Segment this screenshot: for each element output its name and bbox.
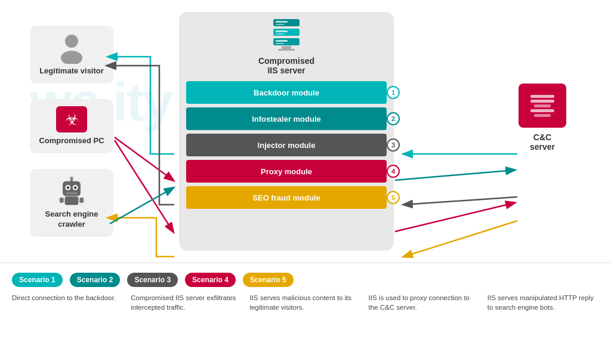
scenario-2-badge: Scenario 2	[70, 273, 121, 287]
seo-module: SEO fraud module 5	[186, 186, 387, 209]
scenario-3-badge: Scenario 3	[127, 273, 178, 287]
badge-5: 5	[387, 191, 400, 204]
infostealer-label: Infostealer module	[252, 115, 321, 124]
scenario-5-badge: Scenario 5	[243, 273, 294, 287]
svg-line-27	[395, 203, 514, 232]
scenario-labels-row: Scenario 1 Scenario 2 Scenario 3 Scenari…	[12, 273, 599, 287]
cnc-server-icon	[519, 84, 566, 128]
scenario-2-desc: Compromised IIS server exfiltrates inter…	[131, 293, 242, 312]
infostealer-module: Infostealer module 2	[186, 107, 387, 130]
svg-point-5	[67, 186, 69, 189]
badge-2: 2	[387, 112, 400, 125]
svg-line-29	[115, 137, 173, 180]
svg-rect-23	[278, 49, 295, 51]
server-icon	[269, 18, 304, 51]
pc-label: Compromised PC	[39, 136, 104, 146]
svg-rect-14	[276, 21, 288, 23]
iis-server-block: CompromisedIIS server Backdoor module 1 …	[179, 12, 394, 251]
server-line-2	[530, 100, 555, 103]
biohazard-icon: ☣	[56, 106, 87, 132]
badge-1: 1	[387, 86, 400, 99]
badge-4: 4	[387, 165, 400, 178]
svg-rect-22	[282, 46, 291, 49]
svg-rect-15	[276, 24, 284, 25]
svg-rect-7	[66, 192, 77, 195]
iis-server-label: CompromisedIIS server	[186, 56, 387, 75]
backdoor-module: Backdoor module 1	[186, 81, 387, 104]
person-icon	[58, 33, 85, 64]
robot-icon	[58, 176, 85, 207]
modules-stack: Backdoor module 1 Infostealer module 2 I…	[186, 81, 387, 209]
backdoor-label: Backdoor module	[254, 88, 319, 97]
crawler-label: Search enginecrawler	[45, 209, 98, 230]
scenario-4-badge: Scenario 4	[185, 273, 236, 287]
cnc-label: C&Cserver	[530, 132, 555, 152]
svg-line-28	[404, 221, 517, 257]
injector-module: Injector module 3	[186, 134, 387, 156]
badge-3: 3	[387, 138, 400, 152]
actors-column: Legitimate visitor ☣ Compromised PC	[24, 18, 119, 245]
seo-label: SEO fraud module	[252, 193, 320, 202]
visitor-label: Legitimate visitor	[39, 66, 104, 76]
server-line-1	[530, 95, 555, 98]
server-line-5	[534, 114, 550, 117]
svg-line-30	[115, 140, 173, 232]
proxy-module: Proxy module 4	[186, 160, 387, 183]
diagram-area: Legitimate visitor ☣ Compromised PC	[18, 12, 593, 263]
svg-rect-10	[65, 196, 79, 205]
scenario-5-desc: IIS serves manipulated HTTP reply to sea…	[487, 293, 599, 312]
cnc-block: C&Cserver	[504, 84, 581, 152]
scenario-descriptions-row: Direct connection to the backdoor. Compr…	[12, 293, 599, 312]
scenario-4-desc: IIS is used to proxy connection to the C…	[369, 293, 480, 312]
server-line-3	[534, 104, 550, 107]
svg-rect-21	[276, 43, 284, 44]
proxy-label: Proxy module	[261, 167, 312, 176]
svg-rect-11	[60, 198, 64, 203]
svg-rect-20	[276, 40, 288, 42]
actor-visitor: Legitimate visitor	[30, 26, 113, 84]
injector-label: Injector module	[258, 141, 316, 150]
actor-pc: ☣ Compromised PC	[30, 99, 113, 153]
svg-point-9	[70, 177, 73, 180]
svg-point-6	[74, 186, 76, 189]
svg-rect-18	[276, 33, 284, 35]
scenario-1-desc: Direct connection to the backdoor.	[12, 293, 124, 312]
actor-crawler: Search enginecrawler	[30, 169, 113, 237]
scenario-1-badge: Scenario 1	[12, 273, 63, 287]
scenarios-bar: Scenario 1 Scenario 2 Scenario 3 Scenari…	[0, 263, 611, 364]
svg-rect-12	[79, 198, 84, 203]
iis-server-icon-area	[186, 18, 387, 51]
svg-point-0	[65, 35, 78, 48]
scenario-3-desc: IIS serves malicious content to its legi…	[249, 293, 361, 312]
main-container: we ity Legitimate visitor ☣ Compromised …	[0, 0, 611, 364]
svg-line-26	[404, 197, 517, 205]
svg-point-1	[61, 51, 82, 64]
svg-rect-17	[276, 30, 288, 32]
server-line-4	[530, 109, 555, 112]
svg-line-25	[395, 170, 514, 180]
